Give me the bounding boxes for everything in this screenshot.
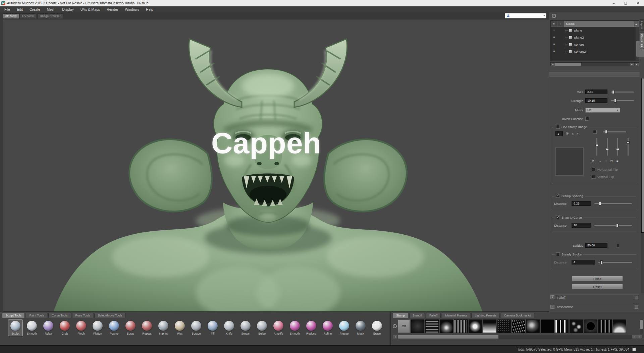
tool-sculpt[interactable]: Sculpt xyxy=(8,319,23,336)
tool-pinch[interactable]: Pinch xyxy=(74,319,89,336)
tab-3d-view[interactable]: 3D View xyxy=(3,13,19,18)
stamp-thumbnail[interactable] xyxy=(512,319,525,333)
size-field[interactable]: 2.86 xyxy=(585,90,607,94)
size-slider[interactable] xyxy=(611,92,634,93)
next-stamp-icon[interactable]: » xyxy=(577,132,579,135)
export-icon[interactable]: □ xyxy=(610,160,612,163)
stamp-spacing-field[interactable]: 6.25 xyxy=(572,201,591,206)
tab-curve-tools[interactable]: Curve Tools xyxy=(48,313,71,318)
invert-function-checkbox[interactable] xyxy=(585,117,589,121)
menu-windows[interactable]: Windows xyxy=(122,7,142,12)
tool-erase[interactable]: Erase xyxy=(370,319,384,336)
tool-fill[interactable]: Fill xyxy=(205,319,220,336)
tab-object-list[interactable]: Object List xyxy=(640,32,644,49)
object-list-hscrollbar[interactable]: ◄ ► ► xyxy=(550,62,639,66)
close-button[interactable]: ✕ xyxy=(637,1,639,5)
tool-spray[interactable]: Spray xyxy=(123,319,138,336)
reset-button[interactable]: Reset xyxy=(572,284,623,289)
tool-flatten[interactable]: Flatten xyxy=(90,319,105,336)
tool-reduce[interactable]: Reduce xyxy=(304,319,319,336)
expand-icon[interactable]: + xyxy=(550,295,554,299)
stamp-vslider[interactable] xyxy=(617,138,618,156)
object-list-scrollbar[interactable] xyxy=(636,27,639,61)
visibility-dot-icon[interactable]: ✳ xyxy=(551,43,557,46)
maximize-button[interactable]: ❏ xyxy=(624,1,627,5)
stamp-vslider[interactable] xyxy=(596,138,597,156)
filter-icon[interactable]: ▫ xyxy=(557,21,564,27)
stamp-thumbnail[interactable] xyxy=(483,319,496,333)
tool-repeat[interactable]: Repeat xyxy=(140,319,154,336)
stamp-thumbnail[interactable] xyxy=(541,319,554,333)
menu-render[interactable]: Render xyxy=(104,7,121,12)
menu-display[interactable]: Display xyxy=(59,7,76,12)
tab-material-presets[interactable]: Material Presets xyxy=(442,313,470,318)
snap-distance-slider[interactable] xyxy=(594,225,632,226)
stamp-thumbnail[interactable] xyxy=(469,319,482,333)
steady-distance-slider[interactable] xyxy=(598,262,632,263)
stamp-vslider[interactable] xyxy=(607,138,608,156)
strength-field[interactable]: 10.15 xyxy=(585,98,607,103)
scroll-right-icon[interactable]: ► xyxy=(632,335,637,339)
tool-wax[interactable]: Wax xyxy=(172,319,187,336)
menu-mesh[interactable]: Mesh xyxy=(44,7,59,12)
stamp-thumbnail[interactable] xyxy=(598,319,612,333)
section-option-icon[interactable] xyxy=(635,305,638,309)
object-list-name-header[interactable]: Name xyxy=(564,21,634,27)
collapse-icon[interactable]: − xyxy=(550,305,554,309)
stamp-spacing-checkbox[interactable] xyxy=(556,194,560,198)
vertical-flip-checkbox[interactable] xyxy=(592,175,595,179)
tool-smear[interactable]: Smear xyxy=(238,319,253,336)
stamp-thumbnail[interactable] xyxy=(425,319,439,333)
tab-pose-tools[interactable]: Pose Tools xyxy=(72,313,94,318)
scroll-right-icon[interactable]: ► xyxy=(630,63,634,66)
randomize-icon[interactable]: ⟳ xyxy=(566,132,569,135)
steady-stroke-checkbox[interactable] xyxy=(556,252,560,256)
tray-gear-icon[interactable] xyxy=(393,324,397,328)
tool-scrape[interactable]: Scrape xyxy=(189,319,204,336)
visibility-dot-icon[interactable]: ✳ xyxy=(551,50,557,53)
tool-smooth-tess[interactable]: Smooth xyxy=(287,319,302,336)
stamp-tray-vscrollbar[interactable] xyxy=(640,319,643,334)
stamp-option-checkbox[interactable] xyxy=(593,130,597,134)
stamp-off-button[interactable]: Off xyxy=(398,319,410,333)
snap-distance-field[interactable]: 10 xyxy=(572,223,591,228)
stamp-index-field[interactable]: 1 xyxy=(555,131,563,136)
sort-icon[interactable]: ▲ xyxy=(634,21,639,27)
scroll-left-icon[interactable]: ◄ xyxy=(551,63,555,66)
flip-icon[interactable]: ↑ xyxy=(605,160,607,163)
visibility-dot-icon[interactable]: ✳ xyxy=(551,29,557,32)
stamp-thumbnail[interactable] xyxy=(526,319,540,333)
stamp-thumbnail[interactable] xyxy=(613,319,626,333)
stamp-thumbnail[interactable] xyxy=(584,319,597,333)
tool-knife[interactable]: Knife xyxy=(222,319,236,336)
buildup-field[interactable]: 50.00 xyxy=(585,243,607,248)
steady-distance-field[interactable]: 4 xyxy=(572,260,595,264)
tool-imprint[interactable]: Imprint xyxy=(156,319,171,336)
menu-create[interactable]: Create xyxy=(26,7,43,12)
flood-button[interactable]: Flood xyxy=(572,276,623,281)
visibility-eye-icon[interactable]: 👁 xyxy=(551,21,557,27)
tool-smooth[interactable]: Smooth xyxy=(24,319,39,336)
stamp-image-well[interactable] xyxy=(555,148,584,176)
mirror-dropdown[interactable]: Off ▼ xyxy=(585,108,620,113)
swap-icon[interactable]: ↔ xyxy=(598,160,601,163)
stamp-tray-hscrollbar[interactable]: ◄ ► ► xyxy=(393,335,642,339)
snap-to-curve-checkbox[interactable] xyxy=(556,216,560,219)
section-option-icon[interactable] xyxy=(635,296,638,299)
tab-image-browser[interactable]: Image Browser xyxy=(38,13,63,18)
stamp-thumbnail[interactable] xyxy=(497,319,511,333)
panel-gear-icon[interactable] xyxy=(552,14,556,18)
menu-help[interactable]: Help xyxy=(143,7,156,12)
visibility-dot-icon[interactable]: ✳ xyxy=(551,36,557,39)
tab-lighting-presets[interactable]: Lighting Presets xyxy=(471,313,500,318)
tab-uv-view[interactable]: UV View xyxy=(19,13,36,18)
stamp-vslider[interactable] xyxy=(628,138,629,156)
tool-foamy[interactable]: Foamy xyxy=(107,319,121,336)
tab-paint-tools[interactable]: Paint Tools xyxy=(26,313,47,318)
tool-grab[interactable]: Grab xyxy=(57,319,72,336)
object-row-sphere[interactable]: ✳ ├─ sphere xyxy=(551,41,639,48)
tab-falloff[interactable]: Falloff xyxy=(426,313,441,318)
tool-relax[interactable]: Relax xyxy=(41,319,56,336)
object-row-sphere2[interactable]: ✳ └─ sphere2 xyxy=(551,48,639,55)
strength-slider[interactable] xyxy=(611,100,634,101)
